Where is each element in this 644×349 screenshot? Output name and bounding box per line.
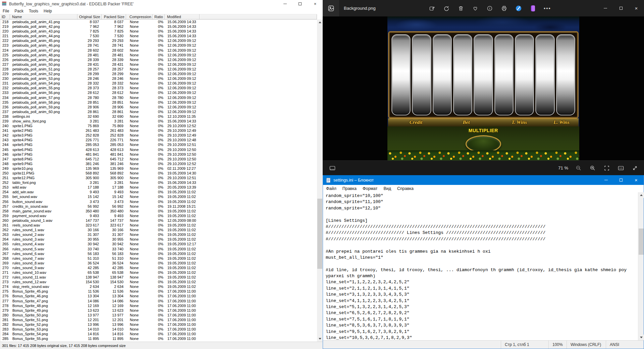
table-row[interactable]: 225petalouda_poll_anim_48.png28 48128 48… <box>0 53 317 57</box>
clipchamp-icon[interactable] <box>529 5 537 12</box>
column-header-original-size[interactable]: Original Size <box>77 14 102 19</box>
column-header-compression[interactable]: Compression <box>126 14 153 19</box>
rotate-icon[interactable] <box>443 5 450 12</box>
table-row[interactable]: 251sprite12.PNG305 900305 900None0%29.10… <box>0 176 317 180</box>
packer-menu-pack[interactable]: Pack <box>12 8 26 14</box>
table-row[interactable]: 270rules_sound_9.wav42 28542 285None0%19… <box>0 265 317 270</box>
notepad-menu-справка[interactable]: Справка <box>394 185 417 192</box>
table-row[interactable]: 272rules_sound_11.wav138 947138 947None0… <box>0 275 317 280</box>
packer-menu-help[interactable]: Help <box>41 8 55 14</box>
notepad-menu-формат[interactable]: Формат <box>360 185 380 192</box>
scrollbar-thumb[interactable] <box>317 199 322 269</box>
table-row[interactable]: 239show_wins_font.png3 2813 281None0%15.… <box>0 119 317 123</box>
column-header-modified[interactable]: Modified <box>165 14 200 19</box>
actual-size-icon[interactable]: 1:1 <box>617 164 625 172</box>
filmstrip-icon[interactable] <box>329 164 336 172</box>
table-row[interactable]: 221petalouda_poll_anim_44.png7 5307 530N… <box>0 34 317 38</box>
delete-icon[interactable] <box>457 5 465 12</box>
table-row[interactable]: 260petalouda_sound_1.wav147 737147 737No… <box>0 218 317 223</box>
edit-image-icon[interactable] <box>428 5 436 12</box>
table-row[interactable]: 266rules_sound_5.wav33 74033 740None0%19… <box>0 247 317 251</box>
fit-to-window-icon[interactable] <box>603 164 610 172</box>
table-row[interactable]: 241sprite2.PNG261 483261 483None0%29.10.… <box>0 128 317 133</box>
zoom-out-icon[interactable] <box>575 164 582 172</box>
table-row[interactable]: 254add_win.wav9 4939 493None0%19.05.2009… <box>0 190 317 194</box>
table-row[interactable]: 257credits_in_sound.wav56 99256 992None0… <box>0 204 317 209</box>
resize-grip[interactable] <box>639 341 644 349</box>
table-row[interactable]: 227petalouda_poll_anim_50.png28 43128 43… <box>0 62 317 67</box>
table-row[interactable]: 236petalouda_poll_anim_59.png28 90628 90… <box>0 105 317 109</box>
table-row[interactable]: 252tablo_font.png3 2813 281None0%15.06.2… <box>0 180 317 185</box>
packer-file-list[interactable]: 218petalouda_poll_anim_41.png8 0378 037N… <box>0 19 317 342</box>
table-row[interactable]: 263rules_sound_2.wav31 30731 307None0%19… <box>0 232 317 237</box>
packer-minimize-button[interactable] <box>277 0 292 8</box>
visual-search-icon[interactable] <box>515 5 522 12</box>
table-row[interactable]: 237petalouda_poll_anim_60.png28 86128 86… <box>0 109 317 114</box>
scrollbar-thumb[interactable] <box>639 229 644 255</box>
packer-menu-tools[interactable]: Tools <box>26 8 41 14</box>
table-row[interactable]: 248sprite9.PNG381 246381 246None0%29.10.… <box>0 161 317 166</box>
photos-close-button[interactable]: × <box>629 0 644 16</box>
scroll-up-button[interactable] <box>638 192 644 198</box>
column-header-name[interactable]: Name <box>10 14 77 19</box>
table-row[interactable]: 245sprite6.PNG428 613428 613None0%29.10.… <box>0 147 317 152</box>
table-row[interactable]: 226petalouda_poll_anim_49.png28 33928 33… <box>0 57 317 62</box>
packer-menu-file[interactable]: File <box>0 8 12 14</box>
table-row[interactable]: 240sprite1.PNG75 86975 869None0%29.10.20… <box>0 123 317 128</box>
notepad-menu-вид[interactable]: Вид <box>380 185 394 192</box>
table-row[interactable]: 255bet_sound.wav15 14215 142None0%19.05.… <box>0 194 317 199</box>
table-row[interactable]: 262rules_sound_1.wav30 16630 166None0%19… <box>0 228 317 232</box>
table-row[interactable]: 250sprite11.PNG568 892568 892None0%19.05… <box>0 171 317 176</box>
notepad-minimize-button[interactable] <box>598 175 613 185</box>
table-row[interactable]: 269rules_sound_8.wav36 52436 524None0%19… <box>0 261 317 265</box>
notepad-menu-правка[interactable]: Правка <box>339 185 360 192</box>
column-header-ratio[interactable]: Ratio <box>153 14 165 19</box>
table-row[interactable]: 281Bonus_Sprite_51.png12 20112 201None0%… <box>0 317 317 322</box>
zoom-in-icon[interactable] <box>589 164 596 172</box>
table-row[interactable]: 258main_game_sound.wav350 480350 480None… <box>0 209 317 213</box>
table-row[interactable]: 273rules_sound_12.wav154 530154 530None0… <box>0 280 317 284</box>
table-row[interactable]: 268rules_sound_7.wav51 31051 310None0%19… <box>0 256 317 261</box>
notepad-vertical-scrollbar[interactable] <box>638 192 644 340</box>
table-row[interactable]: 265rules_sound_4.wav30 94230 942None0%19… <box>0 242 317 246</box>
info-icon[interactable] <box>486 5 493 12</box>
table-row[interactable]: 275Bonus_Sprite_45.png11 53611 536None0%… <box>0 289 317 294</box>
print-icon[interactable] <box>500 5 508 12</box>
favorite-icon[interactable] <box>472 5 479 12</box>
table-row[interactable]: 219petalouda_poll_anim_42.png7 9627 962N… <box>0 24 317 29</box>
notepad-menu-файл[interactable]: Файл <box>323 185 339 192</box>
packer-close-button[interactable]: × <box>308 0 323 8</box>
table-row[interactable]: 243sprite4.PNG226 771226 771None0%29.10.… <box>0 138 317 142</box>
table-row[interactable]: 259payment_sound.wav9 4939 493None0%19.0… <box>0 213 317 218</box>
table-row[interactable]: 238settings.ini32 69032 690None0%12.10.2… <box>0 114 317 119</box>
scroll-down-button[interactable] <box>638 335 644 340</box>
table-row[interactable]: 246sprite7.PNG481 841481 841None0%29.10.… <box>0 152 317 157</box>
table-row[interactable]: 235petalouda_poll_anim_58.png28 85128 85… <box>0 100 317 105</box>
table-row[interactable]: 247sprite8.PNG645 712645 712None0%29.10.… <box>0 157 317 161</box>
table-row[interactable]: 284Bonus_Sprite_54.png14 81614 816None0%… <box>0 332 317 336</box>
table-row[interactable]: 234petalouda_poll_anim_57.png28 78028 78… <box>0 95 317 100</box>
column-header-packed-size[interactable]: Packed Size <box>102 14 126 19</box>
table-row[interactable]: 230petalouda_poll_anim_53.png28 24628 24… <box>0 76 317 81</box>
table-row[interactable]: 224petalouda_poll_anim_47.png28 60228 60… <box>0 48 317 53</box>
table-row[interactable]: 276Bonus_Sprite_46.png13 30413 304None0%… <box>0 294 317 298</box>
fullscreen-icon[interactable] <box>631 164 639 172</box>
table-row[interactable]: 261reels_sound.wav323 617323 617None0%19… <box>0 223 317 228</box>
table-row[interactable]: 267rules_sound_6.wav56 18356 183None0%19… <box>0 251 317 256</box>
table-row[interactable]: 256button_sound.wav3 4733 473None0%19.05… <box>0 199 317 204</box>
packer-vertical-scrollbar[interactable] <box>317 19 323 342</box>
table-row[interactable]: 285Bonus_Sprite_55.png11 89511 895None0%… <box>0 336 317 341</box>
table-row[interactable]: 271rules_sound_10.wav65 53865 538None0%1… <box>0 270 317 275</box>
notepad-text-area[interactable]: random_sprite="10,100"random_sprite="11,… <box>323 192 638 340</box>
notepad-close-button[interactable]: × <box>629 175 644 185</box>
column-header-id[interactable]: ID <box>0 14 10 19</box>
table-row[interactable]: 223petalouda_poll_anim_46.png28 74128 74… <box>0 43 317 48</box>
table-row[interactable]: 244sprite5.PNG285 053285 053None0%29.10.… <box>0 142 317 147</box>
table-row[interactable]: 277Bonus_Sprite_47.png14 08614 086None0%… <box>0 299 317 303</box>
notepad-maximize-button[interactable] <box>613 175 629 185</box>
scroll-down-button[interactable] <box>317 336 323 342</box>
table-row[interactable]: 278Bonus_Sprite_48.png12 16912 169None0%… <box>0 303 317 308</box>
table-row[interactable]: 231petalouda_poll_anim_54.png28 33228 33… <box>0 81 317 86</box>
table-row[interactable]: 280Bonus_Sprite_50.png13 97713 977None0%… <box>0 313 317 317</box>
table-row[interactable]: 249sprite10.png135 969135 969None0%02.11… <box>0 166 317 171</box>
